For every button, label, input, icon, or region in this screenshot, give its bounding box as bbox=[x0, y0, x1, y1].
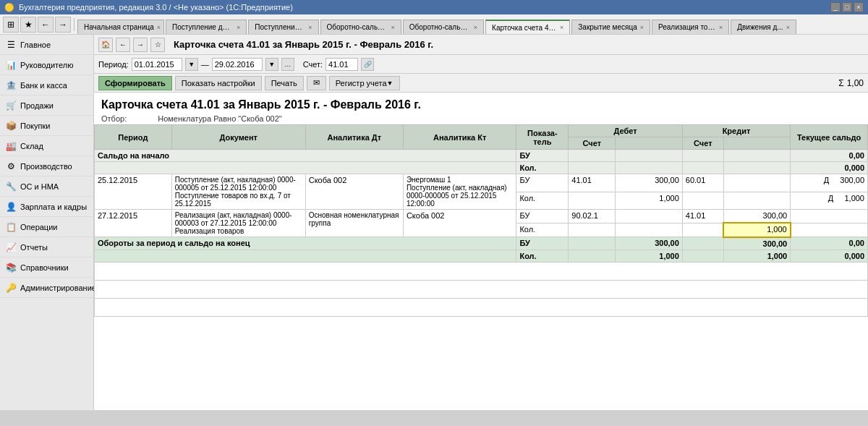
sidebar-item-salary[interactable]: 👤 Зарплата и кадры bbox=[0, 197, 93, 217]
row1-kred-sum-kol bbox=[723, 192, 790, 210]
saldo-start-kol-deb bbox=[569, 162, 616, 174]
tab-postuplenie-dop-label: Поступление доп. расходов bbox=[172, 23, 234, 31]
tab-postuplenie[interactable]: Поступление (акты, накл... × bbox=[248, 20, 318, 34]
tab-postuplenie-close[interactable]: × bbox=[308, 24, 312, 31]
period-from-input[interactable] bbox=[132, 58, 182, 71]
row2-kred-sum-kol-highlighted: 1,000 bbox=[723, 223, 790, 237]
tab-dvizheniya[interactable]: Движения д... × bbox=[731, 20, 796, 34]
tab-home[interactable]: Начальная страница × bbox=[77, 20, 164, 34]
sidebar-item-purchases[interactable]: 📦 Покупки bbox=[0, 116, 93, 136]
tab-dvizheniya-close[interactable]: × bbox=[786, 24, 790, 31]
apps-icon[interactable]: ⊞ bbox=[3, 17, 19, 33]
table-row-total-bu: Обороты за период и сальдо на конец БУ 3… bbox=[95, 237, 868, 250]
sidebar-item-os[interactable]: 🔧 ОС и НМА bbox=[0, 176, 93, 197]
th-deb-schet: Счет bbox=[569, 137, 616, 150]
handbooks-icon: 📚 bbox=[6, 263, 16, 273]
sidebar-item-reports[interactable]: 📈 Отчеты bbox=[0, 237, 93, 257]
tab-postuplenie-dop[interactable]: Поступление доп. расходов × bbox=[166, 20, 247, 34]
sidebar-item-admin[interactable]: 🔑 Администрирование bbox=[0, 278, 93, 298]
row1-kred-schet-kol bbox=[682, 192, 723, 210]
email-button[interactable]: ✉ bbox=[307, 76, 326, 90]
sidebar-item-bank[interactable]: 🏦 Банк и касса bbox=[0, 75, 93, 95]
tab-oborotno2-close[interactable]: × bbox=[474, 24, 477, 31]
table-row-saldo-start: Сальдо на начало БУ 0,00 bbox=[95, 150, 868, 162]
bank-icon: 🏦 bbox=[6, 80, 16, 90]
th-deb-sum bbox=[616, 137, 682, 150]
th-kred-schet: Счет bbox=[682, 137, 723, 150]
period-to-input[interactable] bbox=[212, 58, 263, 71]
period-extra-btn[interactable]: … bbox=[281, 58, 294, 71]
title-bar: 🟡 Бухгалтерия предприятия, редакция 3.0 … bbox=[0, 0, 868, 14]
sidebar-item-sales[interactable]: 🛒 Продажи bbox=[0, 95, 93, 116]
tab-kartochka[interactable]: Карточка счета 41.01 за Январь 2015 г. -… bbox=[485, 20, 570, 34]
tab-realizacia-label: Реализация товаров: Накладная 0000-00000… bbox=[658, 23, 716, 31]
form-button[interactable]: Сформировать bbox=[98, 76, 172, 90]
row1-saldo-kol: Д 1,000 bbox=[791, 192, 868, 210]
back-icon[interactable]: ← bbox=[38, 17, 54, 33]
total-kred-sum-bu: 300,00 bbox=[723, 237, 790, 250]
tab-postuplenie-dop-close[interactable]: × bbox=[237, 24, 240, 31]
period-from-cal-btn[interactable]: ▼ bbox=[185, 58, 198, 71]
tab-kartochka-close[interactable]: × bbox=[560, 24, 563, 31]
reports-icon: 📈 bbox=[6, 242, 16, 252]
saldo-start-kol: Кол. bbox=[516, 162, 569, 174]
empty-cell-3 bbox=[95, 298, 868, 316]
row1-deb-sum-bu: 300,00 bbox=[616, 174, 682, 192]
maximize-btn[interactable]: □ bbox=[842, 2, 852, 12]
tab-zakrytie-close[interactable]: × bbox=[640, 24, 644, 31]
row2-pokaz-bu: БУ bbox=[516, 210, 569, 223]
account-input[interactable] bbox=[326, 58, 358, 71]
main-icon: ☰ bbox=[6, 40, 16, 50]
sidebar-item-operations[interactable]: 📋 Операции bbox=[0, 217, 93, 237]
saldo-start-val-bu: 0,00 bbox=[791, 150, 868, 162]
row1-kred-sum-bu bbox=[723, 174, 790, 192]
tab-realizacia-close[interactable]: × bbox=[719, 24, 723, 31]
total-pokaz-kol: Кол. bbox=[516, 250, 569, 262]
sidebar-item-production[interactable]: ⚙ Производство bbox=[0, 156, 93, 176]
sidebar-label-salary: Зарплата и кадры bbox=[20, 203, 87, 211]
home-nav-btn[interactable]: 🏠 bbox=[98, 38, 113, 52]
minimize-btn[interactable]: _ bbox=[830, 2, 841, 12]
app-icon: 🟡 bbox=[4, 3, 14, 12]
table-row-total-kol: Кол. 1,000 1,000 0,000 bbox=[95, 250, 868, 262]
empty-row-1 bbox=[95, 262, 868, 280]
forward-icon[interactable]: → bbox=[55, 17, 71, 33]
account-link-btn[interactable]: 🔗 bbox=[361, 58, 374, 71]
row1-deb-sum-kol: 1,000 bbox=[616, 192, 682, 210]
print-button[interactable]: Печать bbox=[265, 76, 304, 90]
tab-realizacia[interactable]: Реализация товаров: Накладная 0000-00000… bbox=[652, 20, 729, 34]
content-header-toolbar: 🏠 ← → ☆ Карточка счета 41.01 за Январь 2… bbox=[94, 35, 868, 55]
sidebar-item-warehouse[interactable]: 🏭 Склад bbox=[0, 136, 93, 156]
tab-zakrytie[interactable]: Закрытие месяца × bbox=[571, 20, 650, 34]
app-layout: ☰ Главное 📊 Руководителю 🏦 Банк и касса … bbox=[0, 35, 868, 410]
bookmark-nav-btn[interactable]: ☆ bbox=[150, 38, 165, 52]
tab-oborotno1[interactable]: Оборотно-сальдовая ведомость по счету 41… bbox=[320, 20, 401, 34]
table-row-2-bu: 27.12.2015 Реализация (акт, накладная) 0… bbox=[95, 210, 868, 223]
saldo-start-kol-empty bbox=[95, 162, 516, 174]
forward-nav-btn[interactable]: → bbox=[133, 38, 148, 52]
row1-analit-kt: Энергомаш 1Поступление (акт, накладная) … bbox=[403, 174, 516, 210]
sidebar-label-operations: Операции bbox=[20, 223, 57, 231]
star-icon[interactable]: ★ bbox=[20, 17, 36, 33]
sidebar-item-main[interactable]: ☰ Главное bbox=[0, 35, 93, 55]
tab-home-close[interactable]: × bbox=[157, 24, 161, 31]
th-kred-sum bbox=[723, 137, 790, 150]
separator1 bbox=[74, 18, 75, 31]
sidebar-label-bank: Банк и касса bbox=[20, 81, 67, 90]
period-to-cal-btn[interactable]: ▼ bbox=[265, 58, 278, 71]
register-button[interactable]: Регистр учета ▼ bbox=[329, 76, 400, 90]
tab-oborotno1-close[interactable]: × bbox=[391, 24, 395, 31]
saldo-start-val-kol: 0,000 bbox=[791, 162, 868, 174]
sidebar-item-handbooks[interactable]: 📚 Справочники bbox=[0, 257, 93, 278]
sidebar-item-manager[interactable]: 📊 Руководителю bbox=[0, 55, 93, 75]
saldo-start-kol-kred bbox=[682, 162, 723, 174]
salary-icon: 👤 bbox=[6, 202, 16, 212]
empty-row-3 bbox=[95, 298, 868, 316]
page-title: Карточка счета 41.01 за Январь 2015 г. -… bbox=[174, 39, 433, 50]
back-nav-btn[interactable]: ← bbox=[116, 38, 130, 52]
close-btn[interactable]: × bbox=[854, 2, 864, 12]
sidebar-label-os: ОС и НМА bbox=[20, 182, 59, 191]
settings-button[interactable]: Показать настройки bbox=[175, 76, 262, 90]
th-document: Документ bbox=[171, 125, 305, 150]
tab-oborotno2[interactable]: Оборотно-сальдовая ведомость за Январь 2… bbox=[403, 20, 484, 34]
